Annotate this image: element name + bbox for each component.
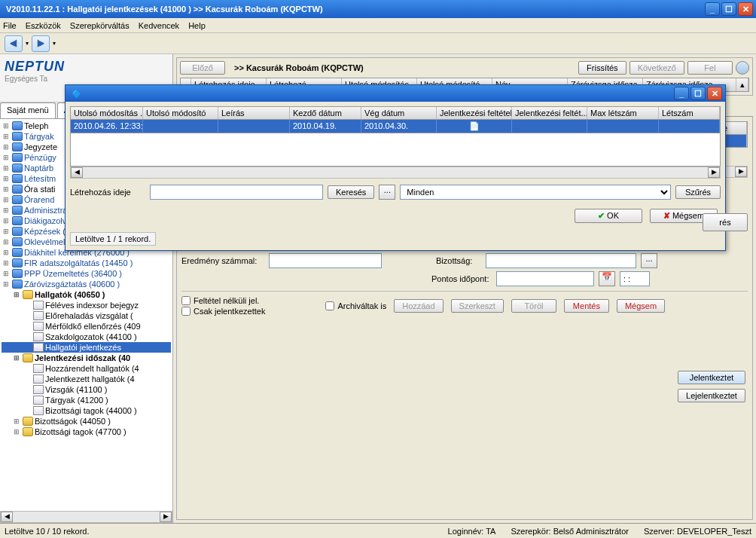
archival-checkbox[interactable]: Archiváltak is: [325, 301, 386, 310]
jelentkeztet-button[interactable]: Jelentkeztet: [678, 371, 745, 384]
tree-item[interactable]: Bizottsági tagok (44000 ): [2, 405, 171, 416]
mcol-7[interactable]: Max létszám: [587, 107, 659, 119]
feltetel-checkbox[interactable]: Feltétel nélküli jel.: [181, 296, 265, 305]
mcol-6[interactable]: Jelentkezési feltét...: [512, 107, 587, 119]
tree-item[interactable]: Tárgyak (41200 ): [2, 395, 171, 405]
bizottsag-label: Bizottság:: [436, 256, 481, 265]
mentes-button[interactable]: Mentés: [564, 299, 609, 313]
megsem-button[interactable]: Mégsem: [617, 299, 665, 313]
modal-grid-empty: [70, 133, 721, 167]
logo-subtitle: Egységes Ta: [5, 75, 168, 83]
calendar-icon-3[interactable]: 📅: [599, 271, 615, 286]
tree-hscroll[interactable]: ◀ ▶: [0, 511, 172, 523]
modal-title-icon: 🔷: [69, 89, 82, 99]
tree-item[interactable]: ⊞Jelentkezési időszak (40: [2, 353, 171, 363]
pontos-date-input[interactable]: [496, 271, 594, 286]
tree-item[interactable]: ⊞Záróvizsgáztatás (40600 ): [2, 279, 171, 289]
mcol-0[interactable]: Utolsó módosítás ...: [71, 107, 143, 119]
tree-item[interactable]: ⊞PPP Üzemeltetés (36400 ): [2, 268, 171, 279]
nav-forward-dropdown[interactable]: ▾: [53, 40, 56, 47]
mcol-1[interactable]: Utolsó módosító: [143, 107, 218, 119]
mscroll-right[interactable]: ▶: [708, 167, 720, 178]
tree-item[interactable]: ⊞Hallgatók (40650 ): [2, 289, 171, 300]
modal-hscroll[interactable]: ◀ ▶: [70, 167, 721, 179]
menu-help[interactable]: Help: [188, 21, 206, 30]
tab-sajat-menu[interactable]: Saját menü: [0, 102, 56, 118]
tree-item[interactable]: Mérföldkő ellenőrzés (409: [2, 321, 171, 332]
up-button[interactable]: Fel: [687, 61, 733, 75]
letre-input[interactable]: [150, 185, 323, 200]
eredmeny-szam-input[interactable]: [269, 253, 382, 268]
torol-button[interactable]: Töröl: [511, 299, 556, 313]
szerkeszt-button[interactable]: Szerkeszt: [451, 299, 504, 313]
mcol-3[interactable]: Kezdő dátum: [290, 107, 361, 119]
modal-titlebar: 🔷 _ ☐ ✕: [66, 85, 725, 102]
refresh-button[interactable]: Frissítés: [578, 61, 626, 75]
tree-item[interactable]: ⊞FIR adatszolgáltatás (14450 ): [2, 258, 171, 268]
maximize-button[interactable]: ☐: [721, 2, 736, 16]
status-records: Letöltve 10 / 10 rekord.: [5, 527, 90, 536]
bizottsag-input[interactable]: [486, 253, 636, 268]
nav-back-button[interactable]: ⯇: [5, 35, 23, 52]
mcol-2[interactable]: Leírás: [218, 107, 290, 119]
breadcrumb-heading: >> Kacsurák Roboám (KQPCTW): [228, 63, 364, 72]
mcol-5[interactable]: Jelentkezési feltétel: [437, 107, 512, 119]
modal-close[interactable]: ✕: [707, 87, 722, 100]
lejelentkeztet-button[interactable]: Lejelentkeztet: [678, 389, 745, 402]
tree-item[interactable]: Jelentkezett hallgatók (4: [2, 374, 171, 384]
tree-item[interactable]: ⊞Bizottsági tagok (47700 ): [2, 426, 171, 437]
tree-item[interactable]: Hozzárendelt hallgatók (4: [2, 363, 171, 374]
tree-item[interactable]: Vizsgák (41100 ): [2, 384, 171, 395]
modal-minimize[interactable]: _: [674, 87, 689, 100]
mcell-6: [512, 120, 587, 133]
main-titlebar: V2010.11.22.1 : Hallgatói jelentkezések …: [0, 0, 756, 18]
pontos-time-input[interactable]: [620, 271, 650, 286]
status-role: Szerepkör: Belső Adminisztrátor: [511, 527, 629, 536]
scroll-left-icon[interactable]: ◀: [1, 512, 13, 522]
kereses-button[interactable]: Keresés: [328, 185, 374, 199]
nav-forward-button[interactable]: ⯈: [32, 35, 50, 52]
side-action-buttons: Jelentkeztet Lejelentkeztet: [678, 371, 745, 402]
modal-grid-row[interactable]: 2010.04.26. 12:33:5 2010.04.19. 2010.04.…: [70, 120, 721, 133]
menu-szerepkor[interactable]: Szerepkörváltás: [70, 21, 130, 30]
mcell-1: [143, 120, 218, 133]
scroll-right-icon[interactable]: ▶: [160, 512, 172, 522]
minimize-button[interactable]: _: [705, 2, 720, 16]
menu-eszkozok[interactable]: Eszközök: [26, 21, 61, 30]
tree-item[interactable]: Féléves indexsor bejegyz: [2, 300, 171, 310]
bizottsag-browse-button[interactable]: ...: [641, 253, 657, 268]
hozzaad-button[interactable]: Hozzáad: [394, 299, 443, 313]
menubar: File Eszközök Szerepkörváltás Kedvencek …: [0, 18, 756, 33]
nav-toolbar: ⯇ ▾ ⯈ ▾: [0, 33, 756, 54]
scroll-up-icon[interactable]: ▴: [736, 78, 748, 91]
mcol-8[interactable]: Létszám: [659, 107, 720, 119]
tree-item[interactable]: Hallgatói jelentkezés: [2, 342, 171, 353]
menu-file[interactable]: File: [3, 21, 17, 30]
tree-item[interactable]: ⊞Bizottságok (44050 ): [2, 416, 171, 426]
browse-button[interactable]: ...: [379, 185, 395, 200]
close-button[interactable]: ✕: [738, 2, 753, 16]
mcol-4[interactable]: Vég dátum: [361, 107, 437, 119]
modal-dialog: 🔷 _ ☐ ✕ Utolsó módosítás ... Utolsó módo…: [65, 84, 726, 251]
mscroll-left[interactable]: ◀: [71, 167, 83, 178]
iscroll-right[interactable]: ▶: [735, 167, 747, 177]
refresh-icon[interactable]: [736, 61, 749, 75]
tree-item[interactable]: Előrehaladás vizsgálat (: [2, 310, 171, 321]
pontos-label: Pontos időpont:: [431, 274, 492, 283]
mcell-5: 📄: [437, 120, 512, 133]
modal-status: Letöltve 1 / 1 rekord.: [70, 232, 156, 246]
window-title: V2010.11.22.1 : Hallgatói jelentkezések …: [3, 5, 323, 14]
szures-button[interactable]: Szűrés: [675, 185, 721, 199]
menu-kedvencek[interactable]: Kedvencek: [139, 21, 179, 30]
filter-select[interactable]: Minden: [400, 185, 671, 200]
csak-checkbox[interactable]: Csak jelentkezettek: [181, 307, 265, 316]
nav-back-dropdown[interactable]: ▾: [26, 40, 29, 47]
mcell-4: 2010.04.30.: [361, 120, 437, 133]
modal-maximize[interactable]: ☐: [690, 87, 706, 100]
next-button[interactable]: Következő: [629, 61, 684, 75]
ok-button[interactable]: ✔ OK: [575, 209, 642, 223]
mcell-2: [218, 120, 290, 133]
prev-button[interactable]: Előző: [180, 61, 225, 75]
tree-item[interactable]: Szakdolgozatok (44100 ): [2, 332, 171, 342]
side-res-button[interactable]: rés: [703, 213, 748, 231]
